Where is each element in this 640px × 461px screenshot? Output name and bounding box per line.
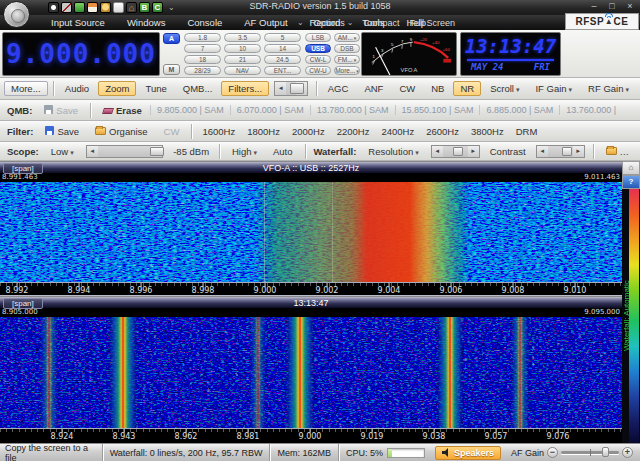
contrast-thumb[interactable] [562,147,572,156]
menu-af-output[interactable]: AF Output [233,15,298,30]
zoom-button[interactable]: Zoom [98,81,136,96]
menu-windows[interactable]: Windows [116,15,177,30]
mode-lsb[interactable]: LSB [305,33,331,42]
main-spectrum-waterfall[interactable] [0,182,622,282]
mode-dsb[interactable]: DSB [334,44,360,53]
arrow-left-icon[interactable]: ◄ [432,146,443,157]
filter-width-button[interactable]: 2600Hz [420,126,465,137]
filter-drm-button[interactable]: DRM [510,126,544,137]
arrow-left-icon[interactable]: ◄ [537,146,548,157]
band-key[interactable]: 28/29 [184,66,221,75]
af-gain-thumb[interactable] [602,447,609,457]
waterfall-options-button[interactable]: … [599,144,637,159]
arrow-left-icon[interactable]: ◄ [87,146,98,157]
volume-up-button[interactable]: + [622,447,633,458]
wide-waterfall-header[interactable]: [span] 13:13:47 [0,296,622,308]
mode-am[interactable]: AM...▾ [334,33,360,42]
qmb-entry[interactable]: 13.780.000 | SAM [310,105,395,115]
mode-cw-u[interactable]: CW-U [305,66,331,75]
cw-button[interactable]: CW [392,81,422,96]
qmb-entry[interactable]: 9.805.000 | SAM [150,105,230,115]
mode-cw-l[interactable]: CW-L [305,55,331,64]
scope-low-dropdown[interactable]: Low▾ [44,144,81,159]
band-key[interactable]: 7 [184,44,221,53]
menu-compact[interactable]: Compact [363,18,399,28]
band-key[interactable]: 1.8 [184,33,221,42]
audio-button[interactable]: Audio [58,81,96,96]
menu-input-source[interactable]: Input Source [40,15,116,30]
antenna-arc-icon [607,16,611,18]
filter-width-button[interactable]: 1800Hz [241,126,286,137]
zoom-slider[interactable]: ◄ ► [274,81,307,96]
band-key[interactable]: 3.5 [224,33,261,42]
qmb-entry[interactable]: 6.070.000 | SAM [230,105,310,115]
frequency-display[interactable]: 9.000.000 [2,32,160,76]
scroll-dropdown[interactable]: Scroll▾ [483,81,526,96]
filter-width-button[interactable]: 3800Hz [465,126,510,137]
band-key[interactable]: 18 [184,55,221,64]
qmb-save-button[interactable]: Save [37,103,85,118]
filter-cw-button[interactable]: CW [157,124,187,139]
zoom-slider-thumb[interactable] [290,83,304,94]
mode-usb[interactable]: USB [305,44,331,53]
nb-button[interactable]: NB [424,81,451,96]
chevron-down-icon: ▾ [356,68,359,74]
filter-width-button[interactable]: 2000Hz [286,126,331,137]
if-gain-dropdown[interactable]: IF Gain▾ [528,81,579,96]
qmb-entry[interactable]: 13.760.000 | [559,105,622,115]
qmb-button[interactable]: QMB... [176,81,220,96]
scope-low-thumb[interactable] [150,147,164,156]
arrow-right-icon[interactable]: ► [573,146,584,157]
mode-more[interactable]: More...▾ [334,66,360,75]
spectrum-panel-header[interactable]: [span] VFO-A :: USB :: 2527Hz [0,161,622,173]
menu-options[interactable]: Options⌄ [314,18,354,28]
arrow-left-icon[interactable]: ◄ [275,82,286,95]
filter-organise-button[interactable]: Organise [88,124,155,139]
rf-gain-dropdown[interactable]: RF Gain▾ [581,81,636,96]
close-button[interactable]: × [624,1,636,11]
mode-fm[interactable]: FM...▾ [334,55,360,64]
dock-button[interactable]: ⌂ [622,161,640,175]
filter-save-button[interactable]: Save [38,124,86,139]
scope-auto-button[interactable]: Auto [266,144,300,159]
resolution-dropdown[interactable]: Resolution▾ [361,144,425,159]
menu-console[interactable]: Console [176,15,233,30]
band-key[interactable]: 24.5 [264,55,301,64]
nr-button[interactable]: NR [453,81,481,96]
scope-low-slider[interactable]: ◄ ► [86,145,164,158]
filter-width-button[interactable]: 1600Hz [196,126,241,137]
filter-width-button[interactable]: 2200Hz [331,126,376,137]
agc-button[interactable]: AGC [321,81,356,96]
app-logo[interactable] [3,1,30,28]
anf-button[interactable]: ANF [357,81,390,96]
vfo-m-button[interactable]: M [163,64,180,75]
qmb-entry[interactable]: 6.885.000 | SAM [479,105,559,115]
arrow-right-icon[interactable]: ► [468,146,479,157]
resolution-slider[interactable]: ◄ ► [431,145,480,158]
filters-button[interactable]: Filters... [221,81,269,96]
filter-width-button[interactable]: 2400Hz [375,126,420,137]
volume-down-button[interactable]: − [547,447,558,458]
more-button[interactable]: More... [4,81,48,96]
qmb-erase-button[interactable]: Erase [96,103,149,118]
vfo-a-button[interactable]: A [163,33,180,44]
nav-key[interactable]: NAV [224,66,261,75]
menu-full-screen[interactable]: Full Screen [409,18,455,28]
scope-high-dropdown[interactable]: High▾ [225,144,264,159]
qmb-entry[interactable]: 15.850.100 | SAM [395,105,480,115]
band-key[interactable]: 21 [224,55,261,64]
band-key[interactable]: 10 [224,44,261,53]
enter-key[interactable]: ENT... [264,66,301,75]
minimize-button[interactable]: – [588,1,600,11]
wide-waterfall[interactable] [0,317,622,428]
contrast-slider[interactable]: ◄ ► [536,145,585,158]
maximize-button[interactable]: □ [606,1,618,11]
speakers-button[interactable]: Speakers [435,446,501,460]
help-button[interactable]: ? [622,175,640,189]
af-gain-slider[interactable] [561,451,619,454]
band-key[interactable]: 5 [264,33,301,42]
menu-overflow-chevron-icon[interactable]: ⌄ [297,18,304,27]
tune-button[interactable]: Tune [138,81,173,96]
band-key[interactable]: 14 [264,44,301,53]
resolution-thumb[interactable] [453,147,463,156]
